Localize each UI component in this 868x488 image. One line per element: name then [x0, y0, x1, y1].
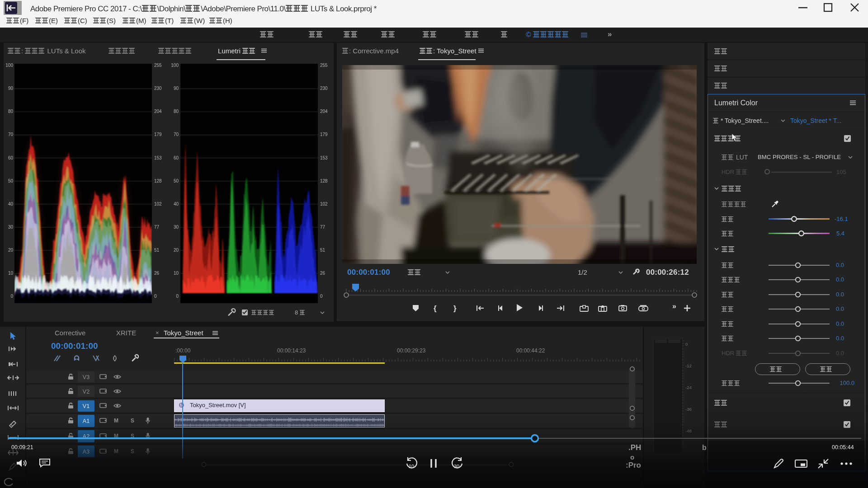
svg-text:30: 30	[454, 464, 459, 469]
svg-text:10: 10	[409, 464, 414, 469]
